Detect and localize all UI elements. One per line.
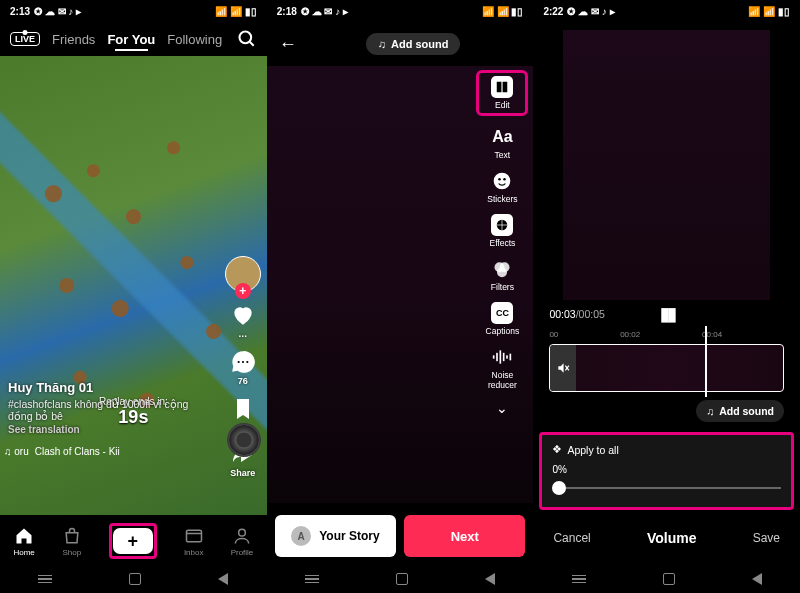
svg-rect-21 — [510, 354, 512, 361]
creator-avatar[interactable] — [225, 256, 261, 292]
tool-captions[interactable]: CC Captions — [480, 302, 524, 336]
add-sound-button[interactable]: ♫ Add sound — [366, 33, 461, 55]
home-icon[interactable] — [129, 573, 141, 585]
add-sound-button[interactable]: ♫ Add sound — [696, 400, 784, 422]
tab-friends[interactable]: Friends — [52, 32, 95, 47]
recents-icon[interactable] — [572, 575, 586, 584]
svg-point-4 — [246, 361, 248, 363]
svg-rect-17 — [497, 353, 499, 361]
comment-button[interactable]: 76 — [230, 349, 256, 386]
svg-rect-7 — [497, 82, 502, 93]
recents-icon[interactable] — [38, 575, 52, 584]
highlight-create: + — [109, 523, 157, 559]
volume-slider[interactable] — [552, 479, 781, 497]
screen-editor: 2:18✪ ☁ ✉ ♪ ▸ 📶 📶 ▮▯ ← ♫ Add sound Edit … — [267, 0, 534, 593]
highlight-edit: Edit — [476, 70, 528, 116]
filters-icon — [491, 258, 513, 280]
tool-edit[interactable]: Edit — [480, 76, 524, 110]
svg-point-2 — [237, 361, 239, 363]
time-display: 00:03/00:05 — [549, 308, 604, 320]
volume-percent: 0% — [552, 464, 781, 475]
svg-rect-8 — [503, 82, 508, 93]
top-nav: LIVE Friends For You Following — [0, 22, 267, 56]
android-nav — [533, 565, 800, 593]
tab-foryou[interactable]: For You — [107, 32, 155, 47]
next-button[interactable]: Next — [404, 515, 525, 557]
svg-point-9 — [494, 173, 511, 190]
svg-point-6 — [239, 529, 246, 536]
effects-icon — [491, 214, 513, 236]
slider-thumb[interactable] — [552, 481, 566, 495]
caption-text: #clashofclans không đủ 1000fl vì cộng đồ… — [8, 398, 212, 422]
tool-text[interactable]: Aa Text — [480, 126, 524, 160]
chevron-down-icon[interactable]: ⌄ — [496, 400, 508, 416]
volume-panel: ❖ Apply to all 0% — [539, 432, 794, 510]
sticker-icon — [491, 170, 513, 192]
tab-inbox[interactable]: Inbox — [184, 526, 204, 557]
svg-line-1 — [249, 42, 253, 46]
bottom-actions: Cancel Volume Save — [533, 516, 800, 560]
track-volume-icon[interactable] — [550, 345, 576, 391]
editor-top: ← ♫ Add sound — [267, 22, 534, 66]
svg-point-3 — [242, 361, 244, 363]
live-icon[interactable]: LIVE — [10, 32, 40, 46]
back-icon[interactable] — [485, 573, 495, 585]
editor-bottom-actions: A Your Story Next — [267, 507, 534, 565]
svg-rect-5 — [186, 530, 201, 542]
svg-rect-16 — [493, 355, 495, 358]
panel-title: Volume — [647, 530, 697, 546]
tab-shop[interactable]: Shop — [62, 526, 82, 557]
back-icon[interactable] — [752, 573, 762, 585]
timeline-track[interactable] — [549, 344, 784, 392]
cancel-button[interactable]: Cancel — [553, 531, 590, 545]
status-bar: 2:13 ✪ ☁ ✉ ♪ ▸ 📶 📶 ▮▯ — [0, 0, 267, 22]
sound-marquee[interactable]: ♫ oru Clash of Clans - Kii — [4, 446, 212, 457]
tab-profile[interactable]: Profile — [231, 526, 254, 557]
like-button[interactable]: … — [230, 302, 256, 339]
clip-preview[interactable] — [563, 30, 770, 300]
svg-point-10 — [499, 178, 502, 181]
svg-rect-18 — [500, 350, 502, 363]
recents-icon[interactable] — [305, 575, 319, 584]
noise-icon — [491, 346, 513, 368]
sound-disc[interactable] — [227, 423, 261, 457]
tab-home[interactable]: Home — [13, 526, 34, 557]
home-icon[interactable] — [663, 573, 675, 585]
home-icon[interactable] — [396, 573, 408, 585]
status-bar: 2:22✪ ☁ ✉ ♪ ▸ 📶 📶 ▮▯ — [533, 0, 800, 22]
edit-icon — [491, 76, 513, 98]
back-arrow-icon[interactable]: ← — [279, 34, 297, 55]
playhead[interactable] — [705, 326, 707, 397]
tab-following[interactable]: Following — [167, 32, 222, 47]
tool-effects[interactable]: Effects — [480, 214, 524, 248]
svg-rect-20 — [507, 355, 509, 358]
layers-icon: ❖ — [552, 443, 562, 456]
android-nav — [267, 565, 534, 593]
screen-volume: 2:22✪ ☁ ✉ ♪ ▸ 📶 📶 ▮▯ 00:03/00:05 ▮▮ 00 0… — [533, 0, 800, 593]
tool-stickers[interactable]: Stickers — [480, 170, 524, 204]
video-preview[interactable]: … 76 11 Share Replay ends in: 19s Huy Th… — [0, 56, 267, 515]
back-icon[interactable] — [218, 573, 228, 585]
tool-filters[interactable]: Filters — [480, 258, 524, 292]
svg-point-0 — [239, 32, 251, 44]
screen-feed: 2:13 ✪ ☁ ✉ ♪ ▸ 📶 📶 ▮▯ LIVE Friends For Y… — [0, 0, 267, 593]
android-nav — [0, 565, 267, 593]
pause-button[interactable]: ▮▮ — [660, 303, 674, 325]
save-button[interactable]: Save — [753, 531, 780, 545]
music-note-icon: ♫ — [378, 38, 386, 50]
svg-rect-19 — [503, 353, 505, 361]
see-translation[interactable]: See translation — [8, 424, 212, 435]
svg-point-11 — [504, 178, 507, 181]
video-info: Huy Thăng 01 #clashofclans không đủ 1000… — [8, 380, 212, 435]
music-note-icon: ♫ — [706, 405, 714, 417]
svg-point-15 — [497, 267, 507, 277]
create-button[interactable]: + — [113, 528, 153, 554]
apply-to-all-toggle[interactable]: ❖ Apply to all — [552, 443, 781, 456]
timeline-ruler: 00 00:02 00:04 — [549, 330, 784, 340]
search-icon[interactable] — [237, 29, 257, 49]
status-time: 2:13 — [10, 6, 30, 17]
your-story-button[interactable]: A Your Story — [275, 515, 396, 557]
tool-noise-reducer[interactable]: Noise reducer — [480, 346, 524, 390]
status-bar: 2:18✪ ☁ ✉ ♪ ▸ 📶 📶 ▮▯ — [267, 0, 534, 22]
creator-name[interactable]: Huy Thăng 01 — [8, 380, 212, 395]
